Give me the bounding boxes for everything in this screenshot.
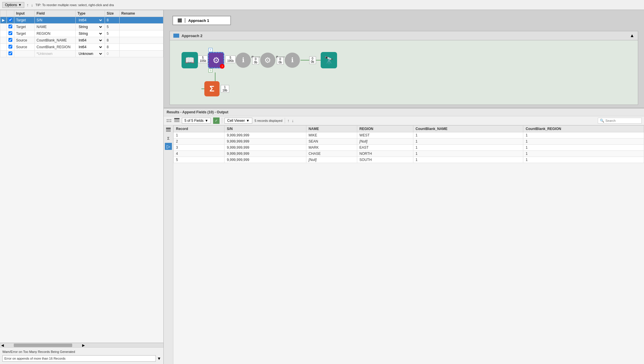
info-node-1: ℹ <box>236 53 251 68</box>
h-scrollbar[interactable]: ◀ ▶ <box>0 343 163 347</box>
row-arrow <box>0 30 7 37</box>
row-checkbox[interactable] <box>7 37 14 44</box>
row-field: NAME <box>35 24 76 30</box>
type-select[interactable]: Int64 String Unknown <box>77 45 103 49</box>
check-button[interactable]: ✓ <box>213 117 220 124</box>
branch-line-h <box>201 89 204 89</box>
fields-count-button[interactable]: 5 of 5 Fields ▼ <box>182 118 211 124</box>
row-size: 0 <box>105 51 120 57</box>
row-rename[interactable] <box>120 24 163 30</box>
config-tag-s: S <box>208 68 213 72</box>
row-size: 5 <box>105 24 120 30</box>
row-field: CountBlank_REGION <box>35 44 76 51</box>
main-content: Input Field Type Size Rename ▶ Target S/… <box>0 10 644 364</box>
table-row[interactable]: Source CountBlank_NAME Int64 String Unkn… <box>0 37 163 44</box>
table-row[interactable]: Source CountBlank_REGION Int64 String Un… <box>0 44 163 51</box>
row-checkbox[interactable] <box>7 17 14 24</box>
config-node: ⚙ ! T S <box>208 52 224 68</box>
type-select[interactable]: Int64 String Unknown <box>77 25 103 29</box>
col-region: REGION <box>357 126 413 132</box>
approach1-icon <box>178 18 182 22</box>
type-select[interactable]: Int64 String Unknown <box>77 51 103 56</box>
svg-rect-3 <box>166 128 171 129</box>
table-row: 2 9,999,999,999 SEAN [Null] 1 1 <box>174 138 644 145</box>
scroll-up-button[interactable]: ↑ <box>27 3 29 7</box>
row-rename[interactable] <box>120 37 163 44</box>
table-row[interactable]: *Unknown Int64 String Unknown 0 <box>0 51 163 57</box>
type-select[interactable]: Int64 String Unknown <box>77 38 103 43</box>
connector-1: 5105b <box>198 57 208 63</box>
scroll-down-button[interactable]: ↓ <box>31 3 33 7</box>
type-select[interactable]: Int64 String Unknown <box>77 18 103 22</box>
sigma-label: 118b <box>221 85 229 93</box>
table-row[interactable]: ▶ Target S/N Int64 String Unknown 8 <box>0 17 163 24</box>
row-rename[interactable] <box>120 17 163 24</box>
sidebar-icon-table[interactable] <box>165 126 172 134</box>
fields-grid: Input Field Type Size Rename ▶ Target S/… <box>0 10 163 57</box>
label-box-1: 5105b <box>198 56 208 63</box>
cell-name: MIKE <box>306 132 357 138</box>
type-select[interactable]: Int64 String Unknown <box>77 31 103 36</box>
row-rename[interactable] <box>120 51 163 57</box>
col-field: Field <box>35 10 76 17</box>
error-badge: ! <box>220 64 225 69</box>
options-button[interactable]: Options ▼ <box>2 2 24 8</box>
approach1-separator <box>185 18 185 23</box>
table-row[interactable]: Target REGION Int64 String Unknown 5 <box>0 30 163 37</box>
row-arrow <box>0 24 7 30</box>
error-dropdown[interactable]: Error on appends of more than 16 Records <box>2 355 156 362</box>
row-checkbox[interactable] <box>7 44 14 51</box>
cell-region: WEST <box>357 132 413 138</box>
cell-sn: 9,999,999,999 <box>225 132 306 138</box>
table-row: 5 9,999,999,999 [Null] SOUTH 1 1 <box>174 157 644 163</box>
table-view-icon[interactable] <box>174 118 179 124</box>
row-field: S/N <box>35 17 76 24</box>
row-rename[interactable] <box>120 30 163 37</box>
row-rename[interactable] <box>120 44 163 51</box>
fields-chevron: ▼ <box>205 119 208 123</box>
config-tag-t: T <box>208 48 213 52</box>
branch-line-v <box>215 72 215 81</box>
h-scroll-thumb[interactable] <box>14 344 72 347</box>
input-node: 📖 <box>182 52 198 68</box>
cell-region: [Null] <box>357 138 413 145</box>
row-input: Source <box>14 37 35 44</box>
row-checkbox[interactable] <box>7 30 14 37</box>
row-input: Target <box>14 17 35 24</box>
approach2-collapse-button[interactable]: ▲ <box>630 33 634 38</box>
row-checkbox[interactable] <box>7 51 14 57</box>
binoculars-node-icon: 🔭 <box>321 52 337 68</box>
cell-cb-name: 1 <box>413 157 523 163</box>
cell-record: 1 <box>174 132 225 138</box>
sidebar-icon-sigma[interactable]: Σ <box>165 135 172 142</box>
branch-row: Σ 118b <box>201 81 229 96</box>
label-box-4: 00b <box>277 57 284 65</box>
flow-row: 📖 5105b ⚙ ! <box>182 52 337 68</box>
cell-viewer-button[interactable]: Cell Viewer ▼ <box>225 118 252 124</box>
gear-node-icon: ⚙ <box>260 53 275 68</box>
records-up-button[interactable]: ↑ <box>287 118 289 123</box>
approach1-box: Approach 1 <box>172 16 231 25</box>
row-checkbox[interactable] <box>7 24 14 30</box>
scroll-left-arrow[interactable]: ◀ <box>0 343 5 347</box>
sidebar-icon-shape[interactable]: ▷ <box>165 143 172 150</box>
svg-rect-5 <box>166 131 171 132</box>
row-size: 8 <box>105 17 120 24</box>
scroll-right-arrow[interactable]: ▶ <box>81 343 86 347</box>
col-rename: Rename <box>120 10 163 17</box>
cell-viewer-label: Cell Viewer <box>227 119 245 123</box>
gear-node: ⚙ <box>260 53 275 68</box>
warn-text: Wam/Error on Too Many Records Being Gene… <box>2 350 161 353</box>
table-row[interactable]: Target NAME Int64 String Unknown 5 <box>0 24 163 30</box>
error-dropdown-chevron[interactable]: ▼ <box>157 356 161 361</box>
col-cb-name: CountBlank_NAME <box>413 126 523 132</box>
cell-name: SEAN <box>306 138 357 145</box>
row-input: Target <box>14 30 35 37</box>
search-input[interactable] <box>605 119 640 122</box>
label-box-2: 5195b <box>225 56 235 63</box>
approach2-container: Approach 2 ▲ 📖 <box>170 31 638 105</box>
approach2-body: 📖 5105b ⚙ ! <box>170 40 638 105</box>
search-box: 🔍 <box>598 118 642 124</box>
connector-2: 5195b <box>225 57 235 63</box>
records-down-button[interactable]: ↓ <box>292 118 294 123</box>
